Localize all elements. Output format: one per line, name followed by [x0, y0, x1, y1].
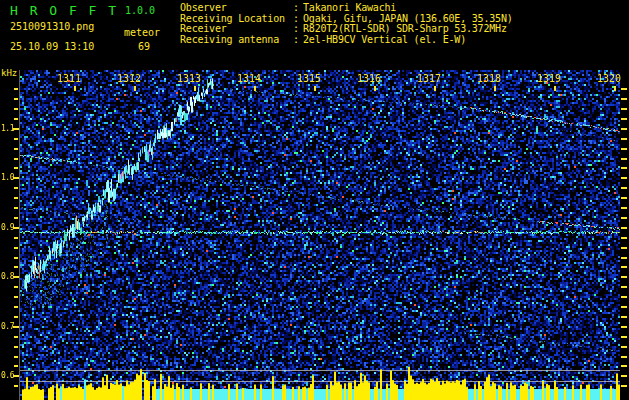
- freq-tick: [14, 108, 18, 110]
- freq-tick-right: [621, 306, 627, 308]
- freq-tick-label: 0.8: [0, 272, 14, 281]
- freq-tick-right: [621, 158, 627, 160]
- freq-tick: [14, 217, 18, 219]
- freq-tick-right: [621, 148, 627, 150]
- info-label: Observer: [180, 3, 293, 14]
- freq-tick: [14, 336, 18, 338]
- freq-tick-label: 1.1: [0, 124, 14, 133]
- freq-tick: [14, 158, 18, 160]
- freq-tick-right: [621, 336, 627, 338]
- freq-tick: [14, 187, 18, 189]
- freq-tick-label: 1.0: [0, 173, 14, 182]
- app-title: H R O F F T: [10, 3, 118, 18]
- info-row: Observer:Takanori Kawachi: [180, 3, 513, 14]
- freq-tick: [14, 98, 18, 100]
- freq-tick: [14, 118, 18, 120]
- freq-tick-right: [621, 108, 627, 110]
- event-count: 69: [138, 41, 150, 52]
- freq-tick-right: [621, 375, 627, 377]
- info-separator: :: [293, 3, 303, 14]
- freq-tick: [14, 286, 18, 288]
- freq-tick: [14, 138, 18, 140]
- freq-tick-right: [621, 266, 627, 268]
- info-label: Receiving antenna: [180, 35, 293, 46]
- freq-tick-right: [621, 365, 627, 367]
- freq-tick-right: [621, 187, 627, 189]
- freq-tick: [14, 247, 18, 249]
- freq-tick: [14, 237, 18, 239]
- freq-tick: [14, 385, 18, 387]
- freq-tick-right: [621, 316, 627, 318]
- freq-tick-right: [621, 385, 627, 387]
- freq-tick: [14, 257, 18, 259]
- freq-tick-label: 0.6: [0, 371, 14, 380]
- info-separator: :: [293, 35, 303, 46]
- freq-tick-right: [621, 326, 627, 328]
- freq-unit-label: kHz: [1, 68, 17, 78]
- freq-tick-right: [621, 167, 627, 169]
- freq-tick: [14, 88, 18, 90]
- freq-tick-right: [621, 118, 627, 120]
- freq-tick-right: [621, 257, 627, 259]
- freq-tick-right: [621, 346, 627, 348]
- freq-tick-right: [621, 237, 627, 239]
- freq-tick-label: 0.7: [0, 322, 14, 331]
- hrofft-window: H R O F F T 1.0.0 2510091310.png meteor …: [0, 0, 629, 400]
- freq-tick-right: [621, 207, 627, 209]
- output-filename: 2510091310.png: [10, 21, 94, 32]
- freq-tick-right: [621, 227, 627, 229]
- freq-tick: [14, 266, 18, 268]
- freq-tick-right: [621, 98, 627, 100]
- info-value: 2el-HB9CV Vertical (el. E-W): [303, 35, 466, 46]
- freq-tick: [14, 306, 18, 308]
- freq-tick: [14, 356, 18, 358]
- freq-tick: [14, 346, 18, 348]
- freq-tick: [14, 197, 18, 199]
- plot-left-border: [19, 70, 20, 400]
- mode-label: meteor: [124, 27, 160, 38]
- freq-tick-right: [621, 356, 627, 358]
- station-info: Observer:Takanori KawachiReceiving Locat…: [180, 3, 513, 45]
- freq-tick-right: [621, 247, 627, 249]
- freq-tick: [14, 316, 18, 318]
- freq-tick-right: [621, 296, 627, 298]
- freq-tick-right: [621, 88, 627, 90]
- info-value: Takanori Kawachi: [303, 3, 396, 14]
- app-version: 1.0.0: [125, 5, 155, 16]
- freq-tick-right: [621, 217, 627, 219]
- datetime-label: 25.10.09 13:10: [10, 41, 94, 52]
- spectrogram-canvas: [20, 70, 620, 400]
- freq-tick-right: [621, 128, 627, 130]
- freq-tick-right: [621, 138, 627, 140]
- freq-tick: [14, 148, 18, 150]
- freq-tick-right: [621, 197, 627, 199]
- freq-tick: [14, 207, 18, 209]
- freq-tick: [14, 365, 18, 367]
- freq-tick-right: [621, 286, 627, 288]
- info-row: Receiving antenna:2el-HB9CV Vertical (el…: [180, 35, 513, 46]
- freq-tick-label: 0.9: [0, 223, 14, 232]
- freq-tick-right: [621, 276, 627, 278]
- freq-tick: [14, 296, 18, 298]
- freq-tick: [14, 167, 18, 169]
- freq-tick-right: [621, 177, 627, 179]
